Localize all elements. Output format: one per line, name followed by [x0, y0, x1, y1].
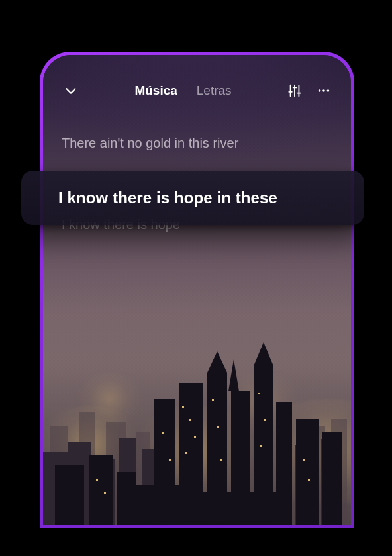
- tab-music[interactable]: Música: [134, 83, 177, 98]
- equalizer-button[interactable]: [286, 82, 303, 99]
- svg-rect-35: [220, 459, 222, 461]
- svg-rect-25: [322, 432, 342, 525]
- svg-rect-34: [217, 426, 219, 428]
- svg-rect-31: [194, 436, 196, 438]
- svg-point-51: [318, 89, 321, 92]
- top-bar: Música Letras: [43, 77, 351, 104]
- svg-marker-22: [254, 342, 273, 366]
- svg-rect-38: [260, 445, 262, 447]
- svg-point-53: [327, 89, 330, 92]
- svg-rect-30: [189, 419, 191, 421]
- svg-marker-26: [228, 359, 239, 391]
- svg-rect-32: [185, 452, 187, 454]
- svg-rect-33: [212, 399, 214, 401]
- svg-rect-24: [296, 419, 318, 525]
- svg-rect-37: [264, 419, 266, 421]
- sliders-icon: [287, 83, 302, 98]
- lyric-line-current: I know there is hope in these: [58, 189, 277, 207]
- svg-rect-41: [162, 432, 164, 434]
- current-lyric-highlight[interactable]: I know there is hope in these: [21, 171, 364, 225]
- chevron-down-icon: [64, 83, 78, 98]
- svg-rect-44: [308, 479, 310, 481]
- svg-marker-19: [207, 351, 227, 373]
- svg-rect-28: [202, 492, 281, 525]
- more-button[interactable]: [315, 82, 332, 99]
- phone-screen: Música Letras: [43, 55, 351, 525]
- svg-rect-14: [89, 455, 113, 525]
- svg-rect-15: [117, 472, 136, 525]
- svg-rect-40: [104, 492, 106, 494]
- phone-frame: Música Letras: [40, 52, 354, 528]
- tab-separator: [187, 85, 187, 96]
- tab-lyrics[interactable]: Letras: [197, 83, 232, 98]
- top-bar-actions: [286, 82, 332, 99]
- more-horizontal-icon: [317, 83, 331, 98]
- svg-rect-36: [258, 393, 260, 394]
- lyric-line-prev[interactable]: There ain't no gold in this river: [62, 134, 332, 152]
- collapse-button[interactable]: [62, 81, 80, 100]
- stage: Música Letras: [0, 0, 392, 556]
- svg-rect-39: [96, 479, 98, 481]
- svg-rect-29: [182, 406, 184, 408]
- skyline-graphic: [43, 326, 351, 525]
- svg-rect-43: [303, 459, 305, 461]
- svg-rect-13: [55, 465, 84, 525]
- view-tabs: Música Letras: [80, 83, 286, 98]
- svg-rect-42: [169, 459, 171, 461]
- svg-rect-27: [136, 485, 195, 525]
- svg-point-52: [322, 89, 325, 92]
